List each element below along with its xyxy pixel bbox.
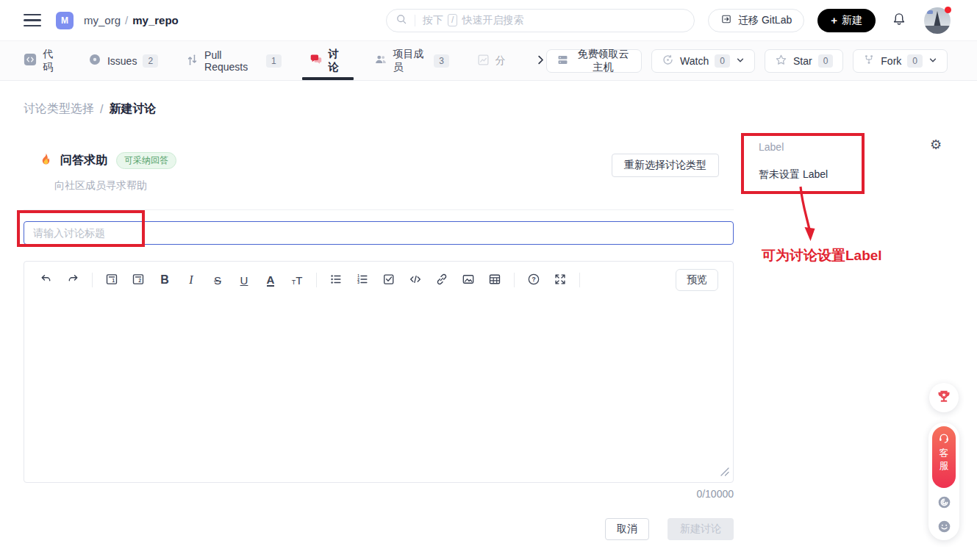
tab-discussions[interactable]: 讨论 bbox=[309, 41, 346, 80]
repo-link[interactable]: my_repo bbox=[132, 14, 179, 26]
help-button[interactable]: ? bbox=[523, 270, 545, 290]
trophy-floating-button[interactable] bbox=[929, 383, 959, 412]
heading-1-icon: 1 bbox=[105, 273, 118, 288]
heading-2-button[interactable]: 2 bbox=[127, 270, 149, 290]
redo-button[interactable] bbox=[62, 270, 84, 290]
heading-1-button[interactable]: 1 bbox=[101, 270, 123, 290]
chevron-down-icon bbox=[928, 55, 937, 67]
discussion-type-row: 问答求助 可采纳回答 向社区成员寻求帮助 重新选择讨论类型 bbox=[24, 145, 734, 193]
bold-icon: B bbox=[160, 273, 169, 287]
discussion-type-name: 问答求助 bbox=[60, 153, 107, 168]
undo-button[interactable] bbox=[35, 270, 57, 290]
label-empty-text: 暂未设置 Label bbox=[759, 168, 854, 182]
reselect-type-button[interactable]: 重新选择讨论类型 bbox=[612, 154, 719, 177]
repo-action-buttons: 免费领取云主机 Watch 0 Star 0 Fork 0 bbox=[546, 49, 948, 73]
community-swirl-button[interactable] bbox=[937, 495, 952, 512]
tab-analytics-partial[interactable]: 分 bbox=[477, 41, 506, 80]
cancel-button[interactable]: 取消 bbox=[605, 518, 649, 540]
label-setting-box[interactable]: Label 暂未设置 Label bbox=[741, 133, 865, 194]
user-avatar[interactable] bbox=[924, 7, 951, 34]
org-link[interactable]: my_org bbox=[84, 14, 121, 26]
svg-text:2: 2 bbox=[139, 278, 142, 283]
undo-icon bbox=[40, 273, 53, 288]
font-color-button[interactable]: A bbox=[260, 270, 282, 290]
smiley-icon bbox=[937, 519, 952, 536]
preview-button[interactable]: 预览 bbox=[676, 269, 718, 291]
underline-icon: U bbox=[240, 274, 248, 287]
section-divider bbox=[24, 209, 734, 210]
star-button[interactable]: Star 0 bbox=[765, 49, 843, 73]
org-avatar[interactable]: M bbox=[56, 12, 74, 29]
trophy-icon bbox=[936, 389, 952, 407]
numbered-list-button[interactable]: 123 bbox=[351, 270, 373, 290]
annotation-arrow bbox=[792, 185, 821, 248]
fullscreen-button[interactable] bbox=[549, 270, 571, 290]
table-icon bbox=[488, 273, 501, 288]
tab-pull-requests[interactable]: Pull Requests 1 bbox=[186, 41, 282, 80]
char-counter: 0/10000 bbox=[24, 488, 734, 500]
migrate-gitlab-button[interactable]: 迁移 GitLab bbox=[708, 9, 804, 32]
analytics-icon bbox=[477, 54, 490, 68]
search-placeholder: 按下 / 快速开启搜索 bbox=[423, 14, 523, 27]
editor-content-area[interactable] bbox=[24, 298, 733, 482]
label-section-title: Label bbox=[759, 141, 854, 153]
link-button[interactable] bbox=[431, 270, 453, 290]
pull-request-icon bbox=[186, 54, 198, 68]
fullscreen-icon bbox=[554, 273, 567, 288]
hamburger-menu-button[interactable] bbox=[24, 14, 41, 26]
strikethrough-button[interactable]: S bbox=[207, 270, 229, 290]
bulleted-list-button[interactable] bbox=[325, 270, 347, 290]
path-separator: / bbox=[125, 14, 128, 26]
svg-text:?: ? bbox=[532, 275, 535, 282]
numbered-list-icon: 123 bbox=[356, 273, 369, 288]
toolbar-divider bbox=[92, 273, 93, 287]
table-button[interactable] bbox=[484, 270, 506, 290]
tab-issues[interactable]: Issues 2 bbox=[88, 41, 158, 80]
tab-members[interactable]: 项目成员 3 bbox=[374, 41, 449, 80]
label-settings-gear-button[interactable]: ⚙ bbox=[930, 138, 942, 151]
feedback-smiley-button[interactable] bbox=[937, 519, 952, 536]
notifications-bell-button[interactable] bbox=[892, 12, 906, 29]
members-count-badge: 3 bbox=[434, 54, 449, 68]
star-count-badge: 0 bbox=[818, 54, 834, 68]
underline-button[interactable]: U bbox=[233, 270, 255, 290]
code-button[interactable] bbox=[404, 270, 426, 290]
chevron-down-icon bbox=[736, 55, 745, 67]
gear-icon: ⚙ bbox=[930, 137, 942, 152]
star-icon bbox=[775, 54, 787, 68]
annotation-note-text: 可为讨论设置Label bbox=[762, 246, 882, 265]
watch-button[interactable]: Watch 0 bbox=[651, 49, 755, 73]
toolbar-divider bbox=[579, 273, 580, 287]
repo-tabs: 代码 Issues 2 Pull Requests 1 讨论 项 bbox=[24, 41, 546, 80]
fork-count-badge: 0 bbox=[907, 54, 923, 68]
italic-button[interactable]: I bbox=[180, 270, 202, 290]
fork-button[interactable]: Fork 0 bbox=[853, 49, 948, 73]
customer-service-button[interactable]: 客 服 bbox=[932, 426, 956, 488]
global-search-input[interactable]: 按下 / 快速开启搜索 bbox=[386, 9, 695, 32]
bold-button[interactable]: B bbox=[154, 270, 176, 290]
create-discussion-button[interactable]: 新建讨论 bbox=[668, 518, 734, 540]
link-icon bbox=[435, 273, 448, 288]
fork-icon bbox=[863, 54, 875, 68]
task-list-button[interactable] bbox=[378, 270, 400, 290]
image-icon bbox=[462, 273, 475, 288]
headset-icon bbox=[937, 431, 951, 447]
free-cloud-host-button[interactable]: 免费领取云主机 bbox=[546, 49, 642, 73]
floating-widget-stack: 客 服 bbox=[928, 423, 959, 540]
code-icon bbox=[24, 53, 37, 68]
help-icon: ? bbox=[527, 273, 540, 288]
image-button[interactable] bbox=[457, 270, 479, 290]
search-divider bbox=[415, 15, 415, 26]
tab-code[interactable]: 代码 bbox=[24, 41, 60, 80]
top-navbar: M my_org / my_repo 按下 / 快速开启搜索 迁移 GitLab… bbox=[0, 0, 977, 41]
discussion-title-input[interactable] bbox=[24, 221, 734, 245]
issues-count-badge: 2 bbox=[143, 54, 158, 68]
font-size-button[interactable]: TT bbox=[286, 270, 308, 290]
bulleted-list-icon bbox=[329, 273, 343, 288]
resize-handle[interactable] bbox=[720, 466, 729, 479]
chevron-right-icon bbox=[535, 54, 546, 68]
tabs-overflow-chevron[interactable] bbox=[535, 54, 546, 68]
breadcrumb-parent-link[interactable]: 讨论类型选择 bbox=[24, 101, 94, 117]
new-button[interactable]: + 新建 bbox=[817, 9, 876, 32]
task-list-icon bbox=[382, 273, 396, 288]
